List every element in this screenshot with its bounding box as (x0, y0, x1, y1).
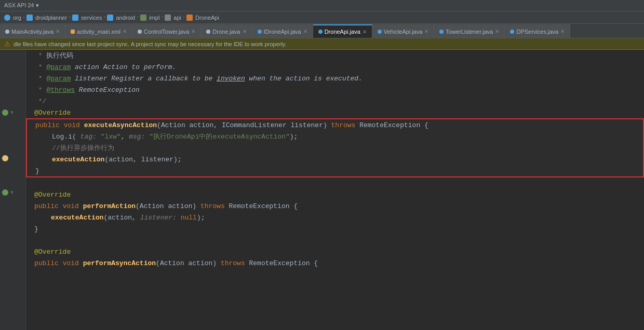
gutter-line-17 (0, 232, 25, 244)
lines-container: ▼ ▼ (0, 50, 644, 330)
tab-vehicleapi[interactable]: VehicleApi.java ✕ (372, 24, 435, 38)
tab-towerlistener[interactable]: TowerListener.java ✕ (434, 24, 505, 38)
editor-area: ▼ ▼ (0, 50, 644, 330)
warning-text: dle files have changed since last projec… (14, 41, 287, 47)
tab-close-activitymain[interactable]: ✕ (123, 29, 127, 34)
sep5: › (160, 15, 164, 20)
breadcrumb-org[interactable]: org (4, 15, 21, 21)
api-version-label[interactable]: ASX API 24 ▾ (4, 2, 39, 9)
org-icon (4, 15, 10, 21)
code-line-3: * @param listener Register a callback to… (26, 73, 644, 84)
code-line-4: * @throws RemoteException (26, 84, 644, 95)
code-line-11: } (27, 165, 643, 176)
tab-label-vehicleapi: VehicleApi.java (384, 29, 423, 35)
warning-icon: ⚠ (4, 40, 10, 48)
gutter: ▼ ▼ (0, 50, 26, 330)
sep3: › (103, 15, 106, 20)
tab-label-drone: Drone.java (212, 29, 240, 35)
gutter-line-18 (0, 244, 25, 255)
tab-close-dpservices[interactable]: ✕ (560, 29, 565, 34)
tab-close-vehicleapi[interactable]: ✕ (424, 29, 428, 34)
gutter-line-16 (0, 221, 25, 232)
green-circle-icon-2 (2, 189, 8, 196)
impl-folder-icon (140, 15, 146, 21)
tab-activitymain[interactable]: activity_main.xml ✕ (65, 24, 132, 38)
tab-droneapi[interactable]: DroneApi.java ✕ (313, 24, 372, 38)
code-line-6: @Override (26, 107, 644, 118)
breadcrumb-impl[interactable]: impl (140, 15, 159, 21)
breadcrumb-api[interactable]: api (165, 15, 181, 21)
code-line-14: executeAction (action, listener: null ); (26, 212, 644, 223)
code-line-16: @Override (26, 246, 644, 257)
tab-label-controltower: ControlTower.java (144, 29, 189, 35)
api-folder-icon (165, 15, 171, 21)
code-area[interactable]: * 执行代码 * @param action Action to perform… (26, 50, 644, 330)
gutter-line-10 (0, 153, 25, 164)
code-line-8: Log.i( tag: "lxw" , msg: "执行DroneApi中的ex… (27, 131, 643, 142)
breadcrumb-droidplanner[interactable]: droidplanner (26, 15, 67, 21)
fold-icon-2[interactable]: ▼ (10, 190, 14, 196)
green-circle-icon-1 (2, 109, 8, 116)
gutter-line-2 (0, 61, 25, 73)
gutter-line-19 (0, 255, 25, 267)
tab-label-mainactivity: MainActivity.java (11, 29, 53, 35)
gutter-line-9 (0, 141, 25, 153)
gutter-line-6: ▼ (0, 107, 25, 118)
services-folder-icon (72, 15, 78, 21)
tab-close-droneapi[interactable]: ✕ (363, 29, 367, 35)
sep4: › (136, 15, 139, 20)
tab-label-activitymain: activity_main.xml (77, 29, 120, 35)
sep2: › (68, 15, 71, 20)
gutter-line-14 (0, 198, 25, 210)
android-folder-icon (107, 15, 113, 21)
tab-icon-drone (206, 30, 210, 34)
top-bar: ASX API 24 ▾ (0, 0, 644, 11)
code-line-blank2 (26, 235, 644, 246)
tab-icon-dpservices (510, 30, 514, 34)
tab-label-towerlistener: TowerListener.java (446, 29, 493, 35)
breadcrumb-services[interactable]: services (72, 15, 102, 21)
droneapi-file-icon (186, 15, 193, 21)
warning-bar: ⚠ dle files have changed since last proj… (0, 38, 644, 50)
gutter-line-13: ▼ (0, 187, 25, 198)
fold-icon-1[interactable]: ▼ (10, 110, 14, 116)
tab-icon-towerlistener (439, 30, 444, 34)
breadcrumb-droneapi[interactable]: DroneApi (186, 15, 219, 21)
gutter-line-11 (0, 164, 25, 175)
gutter-line-15 (0, 210, 25, 221)
code-line-5: */ (26, 95, 644, 107)
tab-icon-idroneapi (258, 30, 262, 34)
bulb-icon (2, 155, 8, 161)
tab-icon-vehicleapi (378, 30, 382, 34)
tab-close-mainactivity[interactable]: ✕ (56, 29, 60, 34)
tab-close-controltower[interactable]: ✕ (191, 29, 195, 34)
breadcrumb-android[interactable]: android (107, 15, 135, 21)
tab-label-dpservices: DPServices.java (516, 29, 558, 35)
tab-icon-droneapi (318, 30, 323, 34)
tab-idroneapi[interactable]: IDroneApi.java ✕ (252, 24, 313, 38)
code-line-17: public void performAsyncAction (Action a… (26, 257, 644, 269)
tab-mainactivity[interactable]: MainActivity.java ✕ (0, 24, 65, 38)
tab-close-idroneapi[interactable]: ✕ (303, 29, 307, 34)
gutter-line-8 (0, 130, 25, 141)
tab-close-towerlistener[interactable]: ✕ (495, 29, 499, 34)
tab-label-droneapi: DroneApi.java (325, 29, 360, 35)
gutter-line-5 (0, 95, 25, 107)
code-line-7: public void executeAsyncAction (Action a… (27, 119, 643, 131)
gutter-line-20 (0, 267, 25, 278)
tab-controltower[interactable]: ControlTower.java ✕ (132, 24, 201, 38)
tab-bar: MainActivity.java ✕ activity_main.xml ✕ … (0, 24, 644, 38)
gutter-line-1 (0, 50, 25, 61)
code-line-1: * 执行代码 (26, 50, 644, 61)
code-line-blank (26, 177, 644, 189)
tab-close-drone[interactable]: ✕ (243, 29, 247, 34)
code-line-12: @Override (26, 189, 644, 200)
gutter-line-3 (0, 73, 25, 84)
code-line-2: * @param action Action to perform. (26, 61, 644, 73)
code-line-10: executeAction (action, listener); (27, 154, 643, 165)
tab-dpservices[interactable]: DPServices.java ✕ (505, 24, 570, 38)
sep6: › (182, 15, 185, 20)
highlight-block: public void executeAsyncAction (Action a… (26, 118, 644, 177)
gutter-line-7 (0, 118, 25, 130)
tab-drone[interactable]: Drone.java ✕ (201, 24, 252, 38)
